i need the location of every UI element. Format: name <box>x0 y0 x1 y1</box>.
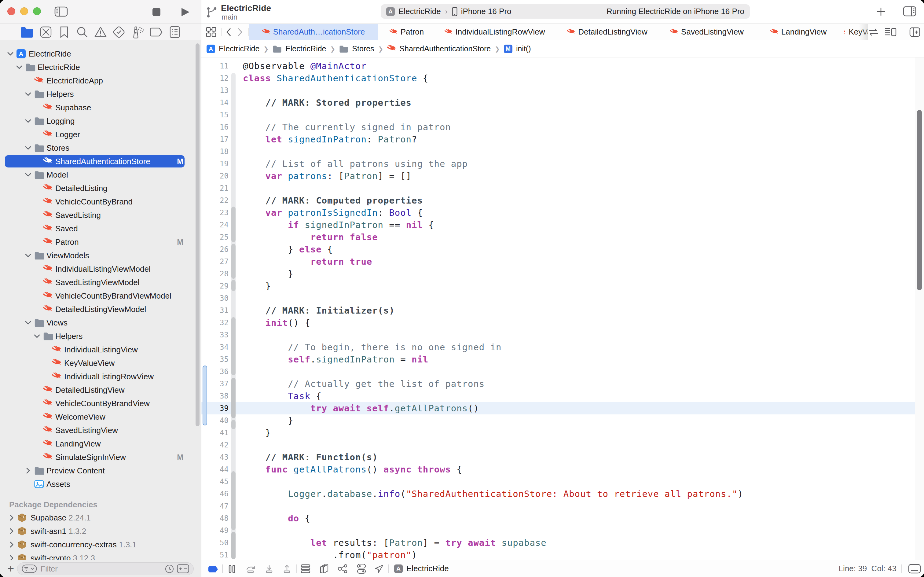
tree-row-views[interactable]: Views <box>0 316 201 329</box>
running-app-name[interactable]: ElectricRide <box>406 560 449 577</box>
tests-icon[interactable] <box>113 26 125 39</box>
tree-row-savedlistingviewmodel[interactable]: SavedListingViewModel <box>0 276 201 289</box>
view-hierarchy-debugger-icon[interactable] <box>301 564 311 573</box>
add-tab-button[interactable] <box>876 6 886 18</box>
tree-row-assets[interactable]: Assets <box>0 477 201 491</box>
step-out-button[interactable] <box>282 565 291 573</box>
disclosure-open-chevron-icon[interactable] <box>17 64 22 71</box>
close-button[interactable] <box>7 7 15 15</box>
related-items-grid-icon[interactable] <box>206 27 216 37</box>
tree-row-detailedlistingviewmodel[interactable]: DetailedListingViewModel <box>0 303 201 316</box>
scheme-destination-pill[interactable]: A ElectricRide › iPhone 16 Pro Running E… <box>381 4 750 19</box>
tree-row-stores[interactable]: Stores <box>0 141 201 155</box>
disclosure-closed-chevron-icon[interactable] <box>9 554 14 560</box>
minimize-button[interactable] <box>20 7 28 15</box>
jump-bar[interactable]: AElectricRide ❯ ElectricRide ❯ Stores ❯ … <box>201 40 924 57</box>
toggle-sidebar-button[interactable] <box>55 6 68 17</box>
tree-row-welcomeview[interactable]: WelcomeView <box>0 410 201 424</box>
add-file-button[interactable]: + <box>5 562 16 575</box>
editor-tab-landingview[interactable]: LandingView <box>753 24 844 40</box>
toolbar-branch-name[interactable]: main <box>222 13 237 21</box>
breakpoints-tag-icon[interactable] <box>150 27 163 37</box>
tree-row-electricride[interactable]: AElectricRide <box>0 47 201 61</box>
filter-field[interactable]: Filter <box>17 562 194 575</box>
tree-row-individuallistingviewmodel[interactable]: IndividualListingViewModel <box>0 262 201 276</box>
simulate-location-icon[interactable] <box>375 564 384 573</box>
tree-row-keyvalueview[interactable]: KeyValueView <box>0 356 201 370</box>
disclosure-closed-chevron-icon[interactable] <box>26 467 31 474</box>
breakpoints-toggle-button[interactable] <box>208 566 218 572</box>
tree-row-supabase[interactable]: Supabase <box>0 101 201 114</box>
editor-tab-detailedlistingview[interactable]: DetailedListingView <box>554 24 661 40</box>
tree-row-simulatesigninview[interactable]: SimulateSignInViewM <box>0 450 201 464</box>
tree-row-vehiclecountbybrandview[interactable]: VehicleCountByBrandView <box>0 397 201 410</box>
sidebar-editor-divider[interactable] <box>201 0 201 577</box>
hide-debug-area-icon[interactable] <box>908 564 921 574</box>
editor-options-icon[interactable] <box>885 27 897 37</box>
disclosure-open-chevron-icon[interactable] <box>8 50 13 58</box>
go-back-button[interactable] <box>226 27 231 37</box>
tree-row-viewmodels[interactable]: ViewModels <box>0 249 201 262</box>
source-editor[interactable]: 1112131415161718192021222324252627282930… <box>201 58 924 560</box>
disclosure-open-chevron-icon[interactable] <box>26 171 31 179</box>
run-button[interactable] <box>181 7 190 17</box>
step-over-button[interactable] <box>246 565 257 573</box>
tree-row-sharedauthenticationstore[interactable]: SharedAuthenticationStoreM <box>0 155 201 168</box>
source-control-icon[interactable] <box>40 26 52 38</box>
go-forward-button[interactable] <box>237 27 243 37</box>
pause-execution-button[interactable] <box>229 565 235 573</box>
tree-row-detailedlisting[interactable]: DetailedListing <box>0 182 201 195</box>
environment-overrides-icon[interactable] <box>357 564 366 574</box>
package-row-swift-concurrency-extras[interactable]: swift-concurrency-extras 1.3.1 <box>0 538 201 551</box>
disclosure-open-chevron-icon[interactable] <box>26 144 31 152</box>
issues-warning-icon[interactable] <box>94 26 107 38</box>
tree-row-vehiclecountbybrandviewmodel[interactable]: VehicleCountByBrandViewModel <box>0 289 201 303</box>
find-navigator-search-icon[interactable] <box>76 26 88 38</box>
tree-row-savedlisting[interactable]: SavedListing <box>0 208 201 222</box>
tree-row-individuallistingrowview[interactable]: IndividualListingRowView <box>0 370 201 383</box>
tree-row-helpers[interactable]: Helpers <box>0 329 201 343</box>
debug-network-icon[interactable] <box>337 564 348 573</box>
tree-row-preview-content[interactable]: Preview Content <box>0 464 201 477</box>
tree-row-vehiclecountbybrand[interactable]: VehicleCountByBrand <box>0 195 201 208</box>
package-row-swift-asn1[interactable]: swift-asn1 1.3.2 <box>0 524 201 538</box>
toggle-inspector-button[interactable] <box>903 6 916 16</box>
scheme-selector[interactable]: A ElectricRide › iPhone 16 Pro <box>386 7 512 16</box>
debug-gauge-icon[interactable] <box>130 25 145 39</box>
step-into-button[interactable] <box>265 565 274 573</box>
tree-row-electricride[interactable]: ElectricRide <box>0 61 201 74</box>
editor-tab-sharedauth-icationstore[interactable]: SharedAuth…icationStore <box>250 24 378 40</box>
disclosure-open-chevron-icon[interactable] <box>26 118 31 125</box>
tree-row-helpers[interactable]: Helpers <box>0 87 201 101</box>
tree-row-individuallistingview[interactable]: IndividualListingView <box>0 343 201 356</box>
disclosure-open-chevron-icon[interactable] <box>26 319 31 326</box>
editor-scrollbar[interactable] <box>917 110 922 290</box>
stop-button[interactable] <box>153 8 160 16</box>
tree-row-landingview[interactable]: LandingView <box>0 437 201 450</box>
package-row-swift-crypto[interactable]: swift-crypto 3.12.3 <box>0 551 201 560</box>
filter-options-icon[interactable] <box>22 564 37 573</box>
zoom-button[interactable] <box>33 7 41 15</box>
jumpbar-item-init-[interactable]: Minit() <box>504 44 531 53</box>
tree-row-model[interactable]: Model <box>0 168 201 182</box>
editor-tab-savedlistingview[interactable]: SavedListingView <box>661 24 753 40</box>
tree-row-saved[interactable]: Saved <box>0 222 201 235</box>
tree-row-detailedlistingview[interactable]: DetailedListingView <box>0 383 201 397</box>
jumpbar-item-electricride[interactable]: ElectricRide <box>272 44 326 53</box>
tree-row-logging[interactable]: Logging <box>0 114 201 128</box>
disclosure-open-chevron-icon[interactable] <box>35 332 39 340</box>
jumpbar-item-stores[interactable]: Stores <box>339 44 374 53</box>
tree-row-patron[interactable]: PatronM <box>0 235 201 249</box>
tree-row-electricrideapp[interactable]: ElectricRideApp <box>0 74 201 87</box>
add-editor-split-icon[interactable] <box>910 27 920 37</box>
project-navigator-folder-icon[interactable] <box>20 27 34 38</box>
disclosure-open-chevron-icon[interactable] <box>26 90 31 98</box>
recent-files-clock-icon[interactable] <box>165 564 174 573</box>
swap-editor-icon[interactable] <box>868 28 879 36</box>
jumpbar-item-electricride[interactable]: AElectricRide <box>206 44 259 53</box>
disclosure-closed-chevron-icon[interactable] <box>9 541 14 548</box>
bookmarks-icon[interactable] <box>60 26 68 38</box>
editor-tab-patron[interactable]: Patron <box>378 24 436 40</box>
editor-tab-individuallistingrowview[interactable]: IndividualListingRowView <box>436 24 554 40</box>
disclosure-open-chevron-icon[interactable] <box>26 252 31 259</box>
